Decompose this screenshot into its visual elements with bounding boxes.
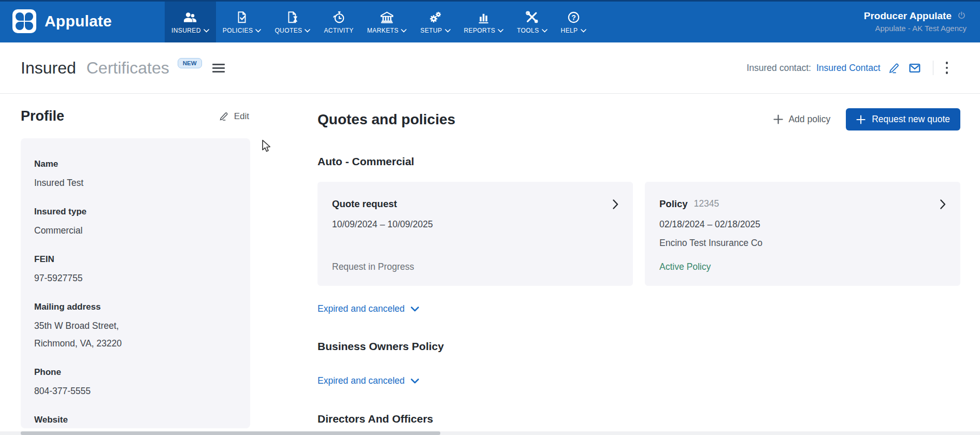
logo-petal	[16, 22, 24, 30]
user-agency: Appulate - AK Test Agency	[875, 24, 967, 33]
expired-canceled-link-bop[interactable]: Expired and canceled	[318, 375, 419, 386]
insured-contact-link[interactable]: Insured Contact	[816, 63, 881, 74]
brand-name: Appulate	[45, 12, 112, 30]
chevron-down-icon	[498, 29, 503, 33]
add-policy-label: Add policy	[788, 114, 830, 125]
quotes-policies-panel: Quotes and policies Add policy Request n…	[318, 108, 960, 425]
brand[interactable]: Appulate	[0, 0, 165, 42]
profile-field-phone: Phone 804-377-5555	[34, 366, 240, 400]
policy-number: 12345	[694, 198, 719, 209]
app-window: Appulate INSURED	[0, 0, 980, 435]
profile-field-mailing-address: Mailing address 35th W Broad Street, Ric…	[34, 301, 240, 352]
tab-certificates[interactable]: Certificates	[87, 59, 169, 78]
policy-card-title: Policy	[659, 198, 688, 210]
request-new-quote-button[interactable]: Request new quote	[846, 108, 960, 130]
appulate-logo-icon	[12, 9, 36, 33]
nav-item-activity[interactable]: ACTIVITY	[317, 0, 360, 42]
new-badge: NEW	[178, 58, 202, 68]
nav-item-help[interactable]: ? HELP	[554, 0, 593, 42]
document-hourglass-icon	[286, 9, 299, 24]
nav-label-quotes: QUOTES	[275, 27, 302, 34]
add-policy-button[interactable]: Add policy	[773, 114, 830, 125]
bank-icon	[379, 9, 395, 24]
plus-icon	[856, 115, 866, 124]
nav-item-markets[interactable]: MARKETS	[361, 0, 414, 42]
nav-item-insured[interactable]: INSURED	[165, 0, 216, 42]
chevron-down-icon	[411, 379, 419, 384]
section-title-auto-commercial: Auto - Commercial	[318, 155, 960, 168]
svg-text:?: ?	[571, 13, 576, 21]
tools-icon	[525, 9, 539, 24]
chevron-down-icon	[401, 29, 407, 33]
page-header: Insured Certificates NEW Insured contact…	[0, 42, 980, 94]
chevron-down-icon	[255, 29, 261, 33]
stopwatch-icon	[332, 9, 346, 24]
header-actions: Insured contact: Insured Contact	[746, 60, 951, 76]
nav-item-tools[interactable]: TOOLS	[510, 0, 554, 42]
page-title-insured: Insured	[21, 59, 76, 78]
nav-label-insured: INSURED	[171, 27, 201, 34]
quotes-policies-heading: Quotes and policies	[318, 111, 455, 128]
nav-label-help: HELP	[561, 27, 578, 34]
logo-petal	[16, 12, 24, 21]
profile-field-website: Website	[34, 414, 240, 426]
request-new-quote-label: Request new quote	[872, 114, 950, 125]
bar-chart-icon	[477, 9, 491, 24]
people-icon	[182, 9, 198, 24]
insured-contact-label: Insured contact:	[746, 63, 811, 74]
nav-label-reports: REPORTS	[464, 27, 496, 34]
quote-card-status: Request in Progress	[332, 262, 414, 272]
pencil-icon	[219, 111, 229, 122]
power-icon[interactable]	[957, 11, 967, 21]
envelope-icon[interactable]	[908, 62, 921, 75]
policy-card-status: Active Policy	[659, 262, 711, 272]
chevron-right-icon	[613, 199, 618, 211]
divider	[933, 61, 933, 75]
quote-card-title: Quote request	[332, 198, 397, 210]
logo-petal	[25, 12, 33, 21]
top-nav-bar: Appulate INSURED	[0, 0, 980, 42]
edit-label: Edit	[234, 111, 249, 122]
chevron-down-icon	[411, 307, 419, 312]
chevron-down-icon	[204, 29, 209, 33]
policy-card[interactable]: Policy 12345 02/18/2024 – 02/18/2025 Enc…	[645, 182, 960, 286]
mouse-cursor	[262, 140, 273, 154]
profile-card: Name Insured Test Insured type Commercia…	[21, 138, 250, 428]
pencil-icon[interactable]	[888, 62, 901, 75]
quote-request-card[interactable]: Quote request 10/09/2024 – 10/09/2025 Re…	[318, 182, 633, 286]
nav-item-quotes[interactable]: QUOTES	[268, 0, 317, 42]
nav-label-activity: ACTIVITY	[324, 27, 353, 34]
nav-label-markets: MARKETS	[367, 27, 399, 34]
nav-item-reports[interactable]: REPORTS	[457, 0, 511, 42]
policy-card-dates: 02/18/2024 – 02/18/2025	[659, 219, 946, 230]
profile-panel: Profile Edit Name Insured Test Insured t…	[21, 108, 250, 428]
main-menu: INSURED POLICIES	[165, 0, 593, 42]
section-title-directors-officers: Directors And Officers	[318, 413, 960, 425]
chevron-right-icon	[940, 199, 946, 211]
gears-icon	[428, 9, 442, 24]
profile-field-name: Name Insured Test	[34, 158, 240, 192]
logo-petal	[25, 22, 33, 30]
help-circle-icon: ?	[567, 9, 581, 24]
chevron-down-icon	[305, 29, 310, 33]
nav-item-policies[interactable]: POLICIES	[216, 0, 268, 42]
user-info: Producer Appulate Appulate - AK Test Age…	[864, 0, 980, 42]
expired-canceled-link-auto[interactable]: Expired and canceled	[318, 303, 419, 314]
chevron-down-icon	[581, 29, 586, 33]
chevron-down-icon	[445, 29, 451, 33]
edit-profile-button[interactable]: Edit	[219, 111, 249, 122]
nav-item-setup[interactable]: SETUP	[413, 0, 457, 42]
nav-label-tools: TOOLS	[517, 27, 539, 34]
nav-label-policies: POLICIES	[223, 27, 253, 34]
user-name: Producer Appulate	[864, 10, 952, 22]
policy-card-carrier: Encino Test Insurance Co	[659, 238, 946, 249]
horizontal-scrollbar	[0, 431, 980, 435]
scrollbar-thumb[interactable]	[21, 431, 440, 435]
nav-label-setup: SETUP	[420, 27, 442, 34]
document-check-icon	[235, 9, 249, 24]
profile-field-insured-type: Insured type Commercial	[34, 206, 240, 239]
plus-icon	[773, 114, 783, 124]
kebab-menu-icon[interactable]	[943, 60, 952, 76]
profile-field-fein: FEIN 97-5927755	[34, 253, 240, 287]
hamburger-icon[interactable]	[212, 64, 225, 72]
